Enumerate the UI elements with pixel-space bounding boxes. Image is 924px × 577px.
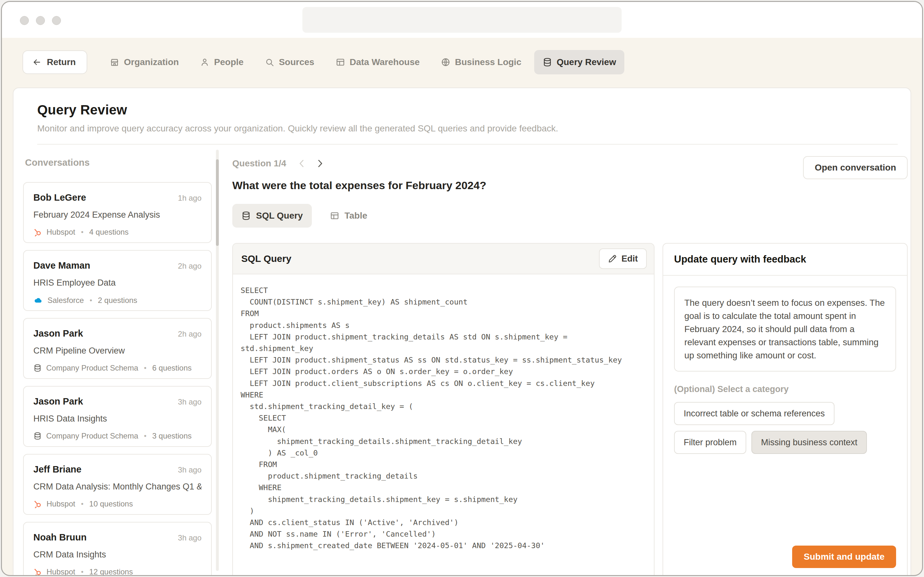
view-tab-label: SQL Query <box>256 211 303 221</box>
submit-and-update-button[interactable]: Submit and update <box>792 546 896 568</box>
nav-tab-business-logic[interactable]: Business Logic <box>433 50 530 74</box>
return-label: Return <box>47 57 76 67</box>
next-question-button[interactable] <box>312 156 327 171</box>
edit-query-button[interactable]: Edit <box>599 248 647 269</box>
category-chip[interactable]: Filter problem <box>674 431 746 454</box>
conversation-card[interactable]: Noah Bruun3h agoCRM Data InsightsHubspot… <box>23 522 212 575</box>
globe-icon <box>441 57 451 67</box>
question-text: What were the total expenses for Februar… <box>232 179 486 192</box>
edit-label: Edit <box>622 254 638 264</box>
conversation-time: 2h ago <box>178 261 202 271</box>
category-chip[interactable]: Incorrect table or schema references <box>674 402 835 425</box>
dot-separator: • <box>88 296 94 305</box>
table-icon <box>336 57 345 67</box>
nav-tabs: OrganizationPeopleSourcesData WarehouseB… <box>102 50 624 74</box>
sql-code-block[interactable]: SELECT COUNT(DISTINCT s.shipment_key) AS… <box>233 274 654 562</box>
nav-tab-label: Organization <box>124 57 179 67</box>
category-label: (Optional) Select a category <box>674 384 896 394</box>
table-icon <box>330 211 339 221</box>
conversation-card[interactable]: Dave Maman2h agoHRIS Employee DataSalesf… <box>23 250 212 311</box>
view-tab-label: Table <box>344 211 367 221</box>
nav-tab-organization[interactable]: Organization <box>102 50 187 74</box>
conversation-time: 2h ago <box>178 330 202 338</box>
sql-query-panel: SQL Query Edit SELECT COUNT(DISTINCT s.s… <box>232 243 654 575</box>
feedback-text-input[interactable]: The query doesn’t seem to focus on expen… <box>674 287 896 372</box>
feedback-panel-header: Update query with feedback <box>663 243 907 276</box>
view-tabs: SQL QueryTable <box>232 204 908 227</box>
nav-tab-people[interactable]: People <box>192 50 252 74</box>
zoom-window-icon[interactable] <box>52 16 61 25</box>
view-tab-table[interactable]: Table <box>321 204 376 227</box>
conversation-question-count: 3 questions <box>152 432 192 440</box>
question-counter: Question 1/4 <box>232 158 286 169</box>
nav-tab-sources[interactable]: Sources <box>256 50 323 74</box>
conversation-user: Bob LeGere <box>33 192 86 203</box>
nav-tab-label: Business Logic <box>455 57 521 67</box>
conversation-title: CRM Data Analysis: Monthly Changes Q1 &.… <box>33 482 202 492</box>
store-icon <box>110 57 120 67</box>
address-bar[interactable] <box>302 7 622 33</box>
salesforce-icon <box>33 295 43 305</box>
conversation-time: 1h ago <box>178 193 202 203</box>
conversation-question-count: 6 questions <box>152 364 192 372</box>
database-icon <box>241 211 251 221</box>
conversation-card[interactable]: Jason Park2h agoCRM Pipeline OverviewCom… <box>23 318 212 379</box>
conversation-card[interactable]: Jeff Briane3h agoCRM Data Analysis: Mont… <box>23 454 212 515</box>
dot-separator: • <box>79 228 85 236</box>
chevron-right-icon <box>314 158 325 169</box>
nav-tab-data-warehouse[interactable]: Data Warehouse <box>327 50 428 74</box>
schema-icon <box>33 432 42 440</box>
conversation-question-count: 12 questions <box>89 567 133 575</box>
view-tab-sql-query[interactable]: SQL Query <box>232 204 312 227</box>
hubspot-icon <box>33 568 42 575</box>
search-icon <box>265 57 274 67</box>
traffic-lights <box>20 16 61 25</box>
return-button[interactable]: Return <box>23 50 87 74</box>
conversation-card[interactable]: Bob LeGere1h agoFebruary 2024 Expense An… <box>23 182 212 243</box>
database-icon <box>543 57 552 67</box>
nav-tab-label: People <box>214 57 244 67</box>
conversation-question-count: 4 questions <box>89 227 129 237</box>
conversation-card[interactable]: Jason Park3h agoHRIS Data InsightsCompan… <box>23 386 212 447</box>
nav-tab-label: Query Review <box>557 57 616 67</box>
dot-separator: • <box>79 568 85 575</box>
dot-separator: • <box>143 432 148 440</box>
conversation-title: CRM Pipeline Overview <box>33 346 202 356</box>
conversation-time: 3h ago <box>178 533 202 542</box>
page-title: Query Review <box>37 102 898 118</box>
dot-separator: • <box>143 364 148 372</box>
conversation-question-count: 2 questions <box>98 296 137 305</box>
conversation-title: CRM Data Insights <box>33 550 202 560</box>
top-navigation: Return OrganizationPeopleSourcesData War… <box>2 38 922 83</box>
conversation-source: Hubspot <box>47 567 75 575</box>
conversation-source: Hubspot <box>47 500 75 508</box>
hubspot-icon <box>33 228 42 237</box>
nav-tab-label: Data Warehouse <box>350 57 420 67</box>
app-window: Return OrganizationPeopleSourcesData War… <box>1 1 923 576</box>
screen: Return OrganizationPeopleSourcesData War… <box>0 0 924 577</box>
conversation-question-count: 10 questions <box>89 500 133 508</box>
category-chips: Incorrect table or schema referencesFilt… <box>674 402 896 454</box>
close-window-icon[interactable] <box>20 16 29 25</box>
open-conversation-button[interactable]: Open conversation <box>803 156 908 179</box>
sidebar-scrollbar-thumb[interactable] <box>216 159 219 246</box>
conversations-title: Conversations <box>25 157 221 168</box>
conversation-source: Company Product Schema <box>46 432 138 440</box>
question-review-main: Question 1/4 What were the total expense… <box>221 145 911 574</box>
conversation-user: Jason Park <box>33 396 83 407</box>
content-card: Query Review Monitor and improve query a… <box>13 87 911 575</box>
conversation-user: Jason Park <box>33 328 83 339</box>
page-header: Query Review Monitor and improve query a… <box>13 88 911 145</box>
window-chrome <box>2 2 922 38</box>
chevron-left-icon <box>296 158 307 169</box>
conversation-source: Company Product Schema <box>46 364 138 372</box>
hubspot-icon <box>33 500 42 508</box>
nav-tab-query-review[interactable]: Query Review <box>534 50 624 74</box>
minimize-window-icon[interactable] <box>36 16 45 25</box>
page-subtitle: Monitor and improve query accuracy acros… <box>37 123 898 134</box>
conversations-sidebar: Conversations Bob LeGere1h agoFebruary 2… <box>13 145 221 574</box>
category-chip[interactable]: Missing business context <box>751 431 867 454</box>
previous-question-button[interactable] <box>294 156 309 171</box>
feedback-panel: Update query with feedback The query doe… <box>662 243 908 575</box>
dot-separator: • <box>79 500 85 508</box>
